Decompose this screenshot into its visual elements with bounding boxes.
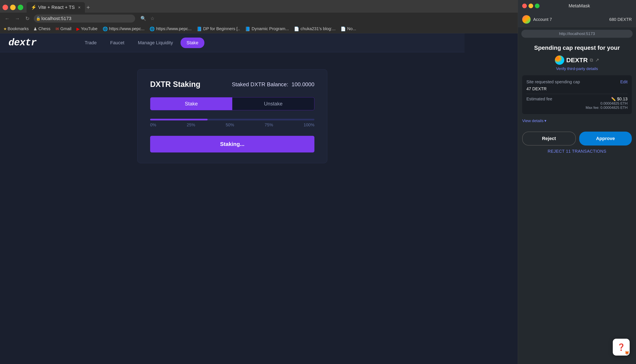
dextr-logo: dextr [9, 37, 37, 48]
mm-fee-usd-value: $0.13 [617, 96, 627, 102]
browser-tab-active[interactable]: ⚡ Vite + React + TS × [27, 2, 85, 13]
youtube-icon: ▶ [76, 26, 80, 32]
fox-support-widget[interactable]: ❓ 🦊 [613, 339, 630, 356]
progress-25: 25% [187, 122, 195, 128]
mm-copy-button[interactable]: ⧉ [590, 57, 593, 63]
bookmark-dynamic[interactable]: 📘 Dynamic Program... [243, 26, 291, 32]
bookmark-chess[interactable]: ♟ Chess [31, 26, 53, 32]
bookmarks-star-icon: ★ [3, 26, 7, 31]
forward-button[interactable]: → [14, 15, 21, 22]
mm-titlebar: MetaMask [518, 0, 636, 12]
mm-title: MetaMask [569, 3, 590, 9]
mm-minimize-button[interactable] [529, 4, 533, 8]
mm-account-header: Account 7 680 DEXTR [518, 12, 636, 27]
stake-tab[interactable]: Stake [150, 98, 232, 110]
nav-faucet[interactable]: Faucet [104, 38, 130, 48]
window-close-button[interactable] [3, 5, 8, 10]
mm-approve-button[interactable]: Approve [579, 132, 632, 146]
search-icon[interactable]: 🔍 [139, 15, 147, 22]
fox-badge-icon: 🦊 [624, 350, 629, 355]
staking-title: DXTR Staking [150, 80, 200, 89]
address-bar[interactable]: 🔒 localhost:5173 [34, 14, 135, 22]
progress-0: 0% [150, 122, 156, 128]
chevron-down-icon: ▾ [544, 118, 546, 123]
mm-balance: 680 DEXTR [609, 17, 632, 22]
new-tab-button[interactable]: + [87, 4, 90, 11]
staked-balance: Staked DXTR Balance: 100.0000 [232, 81, 314, 88]
tab-favicon: ⚡ [31, 5, 37, 10]
tab-title: Vite + React + TS [38, 5, 75, 10]
mm-separator [526, 94, 627, 94]
mm-reject-transactions-button[interactable]: REJECT 11 TRANSACTIONS [518, 146, 636, 157]
mm-window-controls [522, 4, 539, 8]
mm-view-details-button[interactable]: View details ▾ [522, 118, 546, 123]
mm-fee-edit-icon: ✏️ [611, 97, 616, 102]
pepc1-icon: 🌐 [103, 26, 108, 32]
nav-stake[interactable]: Stake [180, 38, 204, 48]
bookmark-chuka-label: chuka231's blog:... [300, 26, 336, 31]
mm-token-name: DEXTR [566, 56, 588, 64]
progress-bar-fill [150, 119, 207, 120]
nav-links: Trade Faucet Manage Liquidity Stake [79, 38, 204, 48]
stake-tab-switcher: Stake Unstake [150, 97, 314, 110]
bookmark-gmail[interactable]: ✉ Gmail [53, 26, 74, 32]
window-minimize-button[interactable] [10, 5, 16, 10]
bookmark-dynamic-label: Dynamic Program... [252, 26, 289, 31]
mm-spending-cap-row: Site requested spending cap Edit [526, 80, 627, 84]
staking-container: DXTR Staking Staked DXTR Balance: 100.00… [0, 52, 465, 180]
bookmark-dp[interactable]: 📘 DP for Beginners [.. [194, 26, 242, 32]
address-bar-icons: 🔍 ☆ [139, 15, 156, 22]
bookmark-no[interactable]: 📄 No... [338, 26, 358, 32]
mm-spending-cap-title: Spending cap request for your [522, 44, 632, 51]
mm-close-button[interactable] [522, 4, 527, 8]
staking-card: DXTR Staking Staked DXTR Balance: 100.00… [137, 69, 327, 163]
gmail-icon: ✉ [56, 26, 59, 32]
mm-fee-row: Estimated fee ✏️ $0.13 0.00004825 ETH Ma… [526, 96, 627, 110]
stake-button[interactable]: Staking... [150, 136, 314, 152]
progress-50: 50% [226, 122, 234, 128]
mm-account-info: Account 7 [522, 15, 552, 24]
mm-action-buttons: Reject Approve [518, 132, 636, 146]
address-text: localhost:5173 [41, 16, 71, 21]
reload-button[interactable]: ↻ [24, 15, 31, 22]
bookmark-pepc2-label: https://www.pepc... [156, 26, 191, 31]
mm-account-name: Account 7 [533, 17, 552, 22]
progress-bar-background [150, 119, 314, 120]
mm-fee-values: ✏️ $0.13 0.00004825 ETH Max fee: 0.00004… [586, 96, 627, 110]
mm-fee-label: Estimated fee [526, 96, 552, 102]
mm-reject-button[interactable]: Reject [522, 132, 576, 146]
mm-dextr-token-logo [555, 56, 564, 65]
mm-verify-link[interactable]: Verify third-party details [522, 66, 632, 71]
nav-trade[interactable]: Trade [79, 38, 103, 48]
mm-url-bar: http://localhost:5173 [521, 30, 633, 38]
svg-point-0 [555, 56, 564, 65]
window-maximize-button[interactable] [18, 5, 23, 10]
progress-75: 75% [265, 122, 273, 128]
bookmark-chuka[interactable]: 📄 chuka231's blog:... [292, 26, 338, 32]
mm-maximize-button[interactable] [535, 4, 539, 8]
bookmark-youtube[interactable]: ▶ YouTube [74, 26, 100, 32]
mm-edit-button[interactable]: Edit [620, 80, 627, 84]
no-icon: 📄 [341, 26, 346, 32]
bookmark-pepc1[interactable]: 🌐 https://www.pepc... [101, 26, 147, 32]
app-area: dextr Trade Faucet Manage Liquidity Stak… [0, 33, 465, 364]
balance-label: Staked DXTR Balance: [232, 81, 288, 88]
mm-view-details-label: View details [522, 118, 543, 123]
dynamic-icon: 📘 [245, 26, 250, 32]
bookmark-pepc2[interactable]: 🌐 https://www.pepc... [147, 26, 194, 32]
bookmarks-label: Bookmarks [8, 26, 29, 31]
mm-fee-eth: 0.00004825 ETH [586, 102, 627, 106]
pepc2-icon: 🌐 [149, 26, 155, 32]
bookmark-icon[interactable]: ☆ [149, 15, 156, 22]
nav-manage-liquidity[interactable]: Manage Liquidity [132, 38, 179, 48]
tab-close-button[interactable]: × [78, 5, 81, 10]
fox-question-icon: ❓ [617, 343, 625, 351]
unstake-tab[interactable]: Unstake [232, 98, 314, 110]
window-controls [3, 5, 23, 10]
mm-external-link-button[interactable]: ↗ [595, 57, 599, 63]
bookmark-chess-label: Chess [39, 26, 51, 31]
mm-body: Spending cap request for your DEXTR ⧉ [518, 40, 636, 128]
mm-cap-value-text: 47 DEXTR [526, 86, 547, 91]
back-button[interactable]: ← [3, 15, 11, 22]
mm-fee-usd-row: ✏️ $0.13 [586, 96, 627, 102]
